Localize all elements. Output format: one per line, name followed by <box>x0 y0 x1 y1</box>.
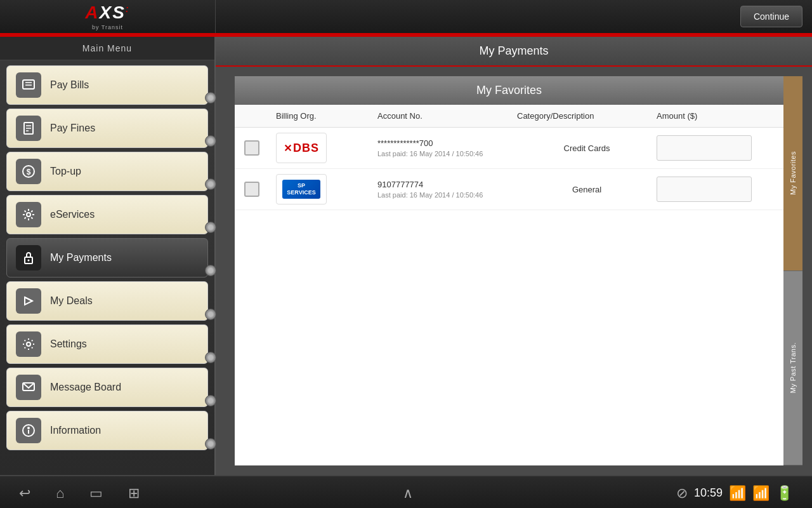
col-header-account-no: Account No. <box>377 111 517 121</box>
back-icon[interactable]: ↩ <box>19 485 30 502</box>
row2-checkbox[interactable] <box>244 182 276 197</box>
bottom-nav: ↩ ⌂ ▭ ⊞ ∧ ⊘ 10:59 📶 📶 🔋 <box>0 475 812 508</box>
svg-point-9 <box>27 213 30 217</box>
row1-amount-input[interactable] <box>657 135 752 161</box>
main-layout: Main Menu Pay Bills Pay Fines $ Top-up <box>0 37 812 475</box>
row2-account-num: 9107777774 <box>377 180 517 189</box>
recents-icon[interactable]: ▭ <box>89 485 103 502</box>
row2-org-logo: SP SERVICES <box>276 174 327 204</box>
sp-logo: SP SERVICES <box>282 180 320 199</box>
main-menu-title: Main Menu <box>0 37 214 60</box>
empty-space <box>235 210 783 465</box>
signal-icon: 📶 <box>752 485 769 502</box>
ring <box>205 395 216 406</box>
sidebar-item-top-up[interactable]: $ Top-up <box>6 152 208 191</box>
ring <box>205 438 216 450</box>
table-row: SP SERVICES 9107777774 Last paid: 16 May… <box>235 169 783 210</box>
col-header-billing-org: Billing Org. <box>276 111 377 121</box>
settings-icon <box>16 331 41 357</box>
logo-subtitle: by Transit <box>92 24 123 30</box>
logo: AXS: <box>85 3 129 23</box>
message-board-label: Message Board <box>50 382 121 393</box>
wifi-icon: 📶 <box>729 485 746 502</box>
menu-icon[interactable]: ⊞ <box>128 485 140 502</box>
svg-text:$: $ <box>27 168 31 177</box>
time-display: 10:59 <box>694 486 723 500</box>
notebook-title: My Favorites <box>235 76 783 105</box>
row1-category: Credit Cards <box>517 144 657 153</box>
row1-account-info: *************700 Last paid: 16 May 2014 … <box>377 138 517 157</box>
sidebar-item-my-payments[interactable]: My Payments <box>6 238 208 277</box>
tab-my-past-trans[interactable]: My Past Trans. <box>783 271 802 466</box>
information-icon <box>16 418 41 443</box>
pay-fines-label: Pay Fines <box>50 123 95 134</box>
my-payments-label: My Payments <box>50 252 112 264</box>
sidebar-item-pay-fines[interactable]: Pay Fines <box>6 109 208 148</box>
row2-last-paid: Last paid: 16 May 2014 / 10:50:46 <box>377 191 517 199</box>
sidebar-item-eservices[interactable]: eServices <box>6 195 208 234</box>
sidebar-item-my-deals[interactable]: My Deals <box>6 281 208 321</box>
tab-my-favorites[interactable]: My Favorites <box>783 76 802 271</box>
pay-fines-icon <box>16 116 41 141</box>
ring <box>205 352 216 363</box>
content-header: My Payments <box>216 37 812 67</box>
my-deals-label: My Deals <box>50 295 93 307</box>
sidebar-item-information[interactable]: Information <box>6 411 208 450</box>
eservices-label: eServices <box>50 209 95 220</box>
pay-bills-label: Pay Bills <box>50 79 89 91</box>
svg-line-12 <box>25 297 32 301</box>
information-label: Information <box>50 425 101 436</box>
row2-amount-input[interactable] <box>657 177 752 202</box>
up-icon[interactable]: ∧ <box>403 485 413 501</box>
center-nav: ∧ <box>403 485 413 502</box>
tab-my-favorites-label: My Favorites <box>789 151 797 195</box>
continue-button[interactable]: Continue <box>740 6 802 27</box>
row1-checkbox[interactable] <box>244 140 276 156</box>
nav-icons-left: ↩ ⌂ ▭ ⊞ <box>19 485 140 502</box>
side-tabs: My Favorites My Past Trans. <box>783 76 802 465</box>
table-row: ✕ DBS *************700 Last paid: 16 May… <box>235 128 783 169</box>
ring <box>205 92 216 104</box>
ring <box>205 309 216 320</box>
ring <box>205 265 216 276</box>
col-header-checkbox <box>244 111 276 121</box>
logo-area: AXS: by Transit <box>0 0 216 33</box>
svg-point-13 <box>27 342 30 346</box>
my-deals-icon <box>16 288 41 314</box>
svg-point-17 <box>28 427 29 429</box>
top-up-label: Top-up <box>50 166 81 177</box>
sidebar-item-settings[interactable]: Settings <box>6 324 208 364</box>
tab-my-past-trans-label: My Past Trans. <box>789 342 797 393</box>
top-up-icon: $ <box>16 159 41 184</box>
battery-icon: 🔋 <box>776 485 793 502</box>
top-bar: AXS: by Transit Continue <box>0 0 812 35</box>
home-icon[interactable]: ⌂ <box>56 485 64 502</box>
table-header: Billing Org. Account No. Category/Descri… <box>235 105 783 128</box>
sidebar: Main Menu Pay Bills Pay Fines $ Top-up <box>0 37 216 475</box>
nav-right: ⊘ 10:59 📶 📶 🔋 <box>676 485 793 502</box>
eservices-icon <box>16 202 41 227</box>
ring <box>205 178 216 190</box>
svg-rect-0 <box>23 80 34 89</box>
sidebar-item-pay-bills[interactable]: Pay Bills <box>6 65 208 105</box>
row1-amount-cell <box>657 135 774 161</box>
sidebar-item-message-board[interactable]: Message Board <box>6 368 208 407</box>
content-area: My Payments My Favorites Bil <box>216 37 812 475</box>
col-header-category: Category/Description <box>517 111 657 121</box>
ring <box>205 135 216 147</box>
my-payments-icon <box>16 245 41 271</box>
row2-account-info: 9107777774 Last paid: 16 May 2014 / 10:5… <box>377 180 517 199</box>
row2-amount-cell <box>657 177 774 202</box>
ring <box>205 222 216 233</box>
row1-last-paid: Last paid: 16 May 2014 / 10:50:46 <box>377 150 517 157</box>
row1-org-logo: ✕ DBS <box>276 133 327 163</box>
pay-bills-icon <box>16 72 41 98</box>
spiral-rings <box>204 67 217 475</box>
settings-label: Settings <box>50 338 87 350</box>
menu-items-container: Pay Bills Pay Fines $ Top-up eServices <box>0 60 214 455</box>
notebook: My Favorites Billing Org. Account No. Ca… <box>235 76 783 465</box>
message-board-icon <box>16 375 41 400</box>
no-sim-icon: ⊘ <box>676 485 688 502</box>
col-header-amount: Amount ($) <box>657 111 774 121</box>
row1-account-num: *************700 <box>377 138 517 148</box>
